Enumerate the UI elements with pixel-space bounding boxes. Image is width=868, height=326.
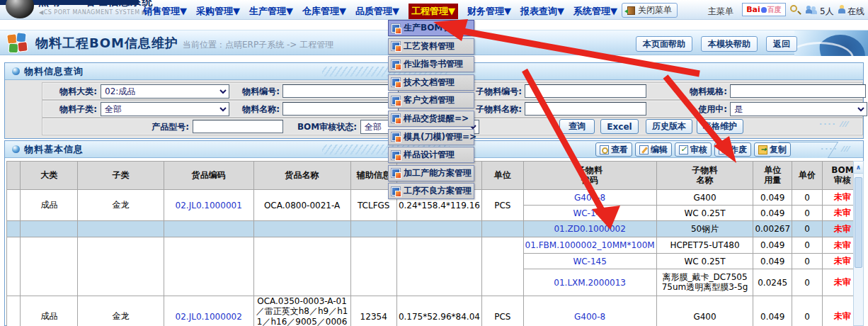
menu-quality[interactable]: 品质管理▼ xyxy=(355,5,399,18)
module-help-button[interactable]: 本模块帮助 xyxy=(701,36,758,52)
baidu-paw-icon xyxy=(761,7,767,13)
cell-unit-price: 0 xyxy=(792,206,823,221)
material-category-label: 物料大类: xyxy=(33,86,97,98)
page-help-button[interactable]: 本页面帮助 xyxy=(636,36,692,52)
material-subcategory-label: 物料子类: xyxy=(33,103,97,116)
sub-code-link[interactable]: WC-145 xyxy=(523,206,656,221)
material-category-select[interactable]: 02:成品 xyxy=(101,84,229,99)
product-model-label: 产品型号: xyxy=(125,121,189,133)
scrollbar-thumb[interactable] xyxy=(855,177,862,268)
window-doc-icon xyxy=(392,151,400,159)
material-name-input[interactable] xyxy=(282,102,399,116)
sub-code-link[interactable]: WC-145 xyxy=(523,254,656,269)
cell-unit-usage: 0.049 xyxy=(753,296,792,326)
app-subtitle: ◀CS PORT MANAGMENT SYSTEM ▶ xyxy=(39,9,147,16)
close-menu-button[interactable]: 关闭菜单 xyxy=(622,3,678,18)
cell-sub-name: G400 xyxy=(656,190,753,206)
in-use-label: 使用中: xyxy=(668,103,727,116)
material-no-label: 物料编号: xyxy=(217,86,280,98)
main-menu-link[interactable]: 主菜单 xyxy=(708,6,733,18)
sub-code-link[interactable]: 01.ZD0.1000002 xyxy=(523,221,656,237)
audit-button[interactable]: 审核 xyxy=(675,142,712,157)
menu-item-capacity-plan[interactable]: 加工产能方案管理 xyxy=(388,165,474,181)
cell-unit-price: 0 xyxy=(792,254,823,269)
item-code-link[interactable]: 02.JL0.1000001 xyxy=(164,190,253,221)
col-category: 大类 xyxy=(21,162,78,190)
menu-item-mold-manage[interactable]: 模具(刀模)管理=> xyxy=(388,129,474,145)
menu-item-tech-doc[interactable]: 技术文档管理 xyxy=(388,74,474,91)
material-subcategory-select[interactable]: 全部 xyxy=(101,102,229,116)
item-code-link[interactable]: 02.JL0.1000002 xyxy=(164,296,253,326)
sub-code-link[interactable]: 01.LXM.2000013 xyxy=(523,269,656,296)
col-unit: 单位 xyxy=(481,162,523,190)
menu-system[interactable]: 系统管理▼ xyxy=(573,5,617,18)
sub-material-name-input[interactable] xyxy=(525,102,646,116)
col-sub-name: 子物料 名称 xyxy=(656,162,753,190)
online-status-label: 在线 xyxy=(847,6,864,18)
table-row-selected[interactable]: 01.ZD0.1000002 50钢片 0.00267 0 未审 xyxy=(7,221,863,237)
table-row[interactable]: 01.FBM.1000002_10MM*100M HCPET75-UT480 0… xyxy=(7,237,863,254)
menu-item-process-data[interactable]: 工艺资料管理 xyxy=(388,38,474,55)
window-doc-icon xyxy=(392,187,400,196)
sub-code-link[interactable]: G400-8 xyxy=(523,296,656,326)
grid-toolbar: 查看 编辑 审核 作废 复制 xyxy=(595,142,791,157)
menu-reports[interactable]: 报表查询▼ xyxy=(520,5,564,18)
sub-code-link[interactable]: G400-8 xyxy=(523,190,656,206)
cell-unit: PCS xyxy=(481,296,523,326)
menu-item-defect-plan[interactable]: 工序不良方案管理 xyxy=(388,183,474,199)
cell-item-name: OCA.0800-0021-A xyxy=(253,190,350,221)
menu-engineering[interactable]: 工程管理▼ xyxy=(409,4,458,19)
menu-finance[interactable]: 财务管理▼ xyxy=(467,5,511,18)
menu-production[interactable]: 生产管理▼ xyxy=(249,5,293,18)
cell-sub-name: G400 xyxy=(656,296,753,326)
material-no-input[interactable] xyxy=(282,84,399,98)
module-icon xyxy=(7,33,28,54)
sub-material-no-input[interactable] xyxy=(525,84,646,98)
excel-button[interactable]: Excel xyxy=(600,119,639,134)
cell-unit-usage: 0.0245 xyxy=(753,269,792,296)
search-icon[interactable] xyxy=(790,5,797,12)
audit-check-icon xyxy=(679,145,688,154)
cell-unit-usage: 0.049 xyxy=(753,237,792,254)
breadcrumb: 当前位置：点晴ERP子系统 -> 工程管理 xyxy=(183,39,333,51)
cell-sub-name: WC 0.25T xyxy=(656,206,753,221)
menu-warehouse[interactable]: 仓库管理▼ xyxy=(302,5,346,18)
history-version-button[interactable]: 历史版本 xyxy=(646,119,692,134)
table-row[interactable]: 成品 金龙 02.JL0.1000002 OCA.0350-0003-A-01／… xyxy=(7,296,863,326)
baidu-logo-text: Bai xyxy=(746,5,760,14)
cell-spec: 0.175*52.96*84.04 xyxy=(396,296,481,326)
window-doc-icon xyxy=(392,169,400,177)
view-button[interactable]: 查看 xyxy=(595,142,632,157)
back-button[interactable]: 返回 xyxy=(766,36,797,52)
sub-code-link[interactable]: 01.FBM.1000002_10MM*100M xyxy=(523,237,656,254)
cell-category: 成品 xyxy=(21,190,78,221)
cell-unit-price: 0 xyxy=(792,269,823,296)
scroll-up-icon[interactable]: ∧ xyxy=(854,162,863,174)
bom-status-label: BOM审核状态: xyxy=(286,121,357,133)
vertical-scrollbar[interactable]: ∧ xyxy=(853,161,864,326)
window-doc-icon xyxy=(392,133,400,141)
menu-item-production-bom[interactable]: 生产BOM管理 xyxy=(388,20,474,36)
erp-window: 点晴MIS管理信息系统 ◀CS PORT MANAGMENT SYSTEM ▶ … xyxy=(0,0,868,326)
material-spec-input[interactable] xyxy=(730,84,866,98)
menu-purchase[interactable]: 采购管理▼ xyxy=(196,5,240,18)
cell-sub-name: WC 0.25T xyxy=(656,254,753,269)
menu-item-customer-doc[interactable]: 客户文档管理 xyxy=(388,92,474,108)
menu-item-sample-design[interactable]: 样品设计管理 xyxy=(388,147,474,163)
copy-button[interactable]: 复制 xyxy=(754,142,791,157)
close-menu-label: 关闭菜单 xyxy=(638,4,672,16)
menu-item-sample-delivery[interactable]: 样品交货提醒=> xyxy=(388,111,474,127)
edit-button[interactable]: 编辑 xyxy=(635,142,672,157)
cell-sub-name: 离形膜_戴卡_DC7505 75um透明离型膜3-5g xyxy=(656,269,753,296)
product-model-input[interactable] xyxy=(193,120,283,133)
void-button[interactable]: 作废 xyxy=(714,142,751,157)
menu-item-work-instruction[interactable]: 作业指导书管理 xyxy=(388,56,474,72)
table-maintain-button[interactable]: 表格维护 xyxy=(697,119,743,134)
online-users-count: 5人 xyxy=(820,6,834,18)
window-doc-icon xyxy=(392,96,400,105)
in-use-select[interactable]: 是 xyxy=(730,102,867,116)
menu-sales[interactable]: 销售管理▼ xyxy=(143,5,187,18)
query-button[interactable]: 查询 xyxy=(559,119,595,134)
material-spec-label: 物料规格: xyxy=(668,86,727,98)
baidu-search-box[interactable]: Bai 百度 xyxy=(742,3,786,16)
